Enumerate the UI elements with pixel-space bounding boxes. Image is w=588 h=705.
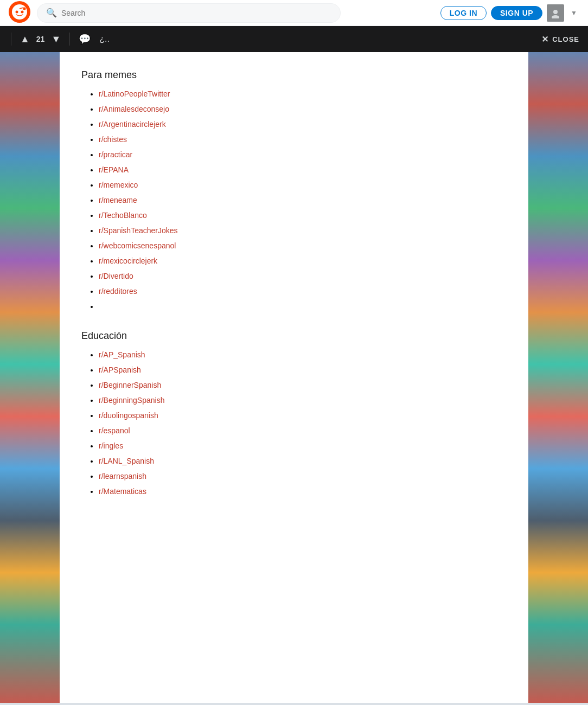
list-item: r/Matematicas [99, 487, 507, 498]
subreddit-link[interactable]: r/AP_Spanish [99, 350, 145, 359]
svg-point-2 [16, 10, 18, 13]
subreddit-link[interactable]: r/APSpanish [99, 366, 141, 374]
close-button[interactable]: ✕ CLOSE [541, 34, 579, 44]
right-side-strip [528, 52, 588, 703]
upvote-button[interactable]: ▲ [18, 31, 32, 47]
list-item: r/espanol [99, 426, 507, 437]
list-item: r/SpanishTeacherJokes [99, 226, 507, 237]
subreddit-link[interactable]: r/Divertido [99, 272, 133, 280]
list-item: r/APSpanish [99, 366, 507, 376]
list-item: r/TechoBlanco [99, 211, 507, 222]
login-button[interactable]: LOG IN [440, 6, 487, 20]
subreddit-link[interactable]: r/EPANA [99, 165, 129, 174]
toolbar-divider [11, 33, 11, 46]
list-item: r/ingles [99, 441, 507, 452]
subreddit-link[interactable]: r/BeginningSpanish [99, 396, 164, 405]
header-actions: LOG IN SIGN UP ▼ [440, 4, 579, 22]
list-item: r/meneame [99, 196, 507, 207]
post-toolbar: ▲ 21 ▼ 💬 ¿.. ✕ CLOSE [0, 26, 588, 52]
signup-button[interactable]: SIGN UP [491, 6, 542, 20]
subreddit-link[interactable]: r/Argentinacirclejerk [99, 120, 166, 129]
downvote-button[interactable]: ▼ [49, 31, 63, 47]
subreddit-link[interactable]: r/duolingospanish [99, 411, 158, 420]
subreddit-link[interactable]: r/espanol [99, 426, 130, 435]
list-item: r/Divertido [99, 272, 507, 283]
list-item [99, 302, 507, 313]
list-item: r/memexico [99, 181, 507, 191]
list-item: r/Animalesdeconsejo [99, 105, 507, 116]
subreddit-link[interactable]: r/memexico [99, 181, 138, 189]
vote-count: 21 [36, 35, 45, 43]
chevron-down-icon[interactable]: ▼ [568, 7, 579, 19]
list-item: r/learnspanish [99, 472, 507, 483]
list-item: r/redditores [99, 287, 507, 298]
reddit-logo [9, 1, 37, 25]
education-heading: Educación [81, 330, 507, 342]
search-bar[interactable]: 🔍 [37, 3, 341, 23]
memes-link-list: r/LatinoPeopleTwitterr/Animalesdeconsejo… [81, 89, 507, 313]
subreddit-link[interactable]: r/meneame [99, 196, 137, 204]
subreddit-link[interactable]: r/chistes [99, 135, 127, 144]
subreddit-link[interactable]: r/learnspanish [99, 472, 146, 480]
subreddit-link[interactable]: r/TechoBlanco [99, 211, 147, 220]
list-item: r/AP_Spanish [99, 350, 507, 361]
subreddit-link[interactable]: r/practicar [99, 150, 132, 159]
subreddit-link[interactable]: r/SpanishTeacherJokes [99, 226, 178, 235]
left-strip-inner [0, 52, 60, 703]
list-item: r/BeginnerSpanish [99, 381, 507, 392]
svg-point-1 [12, 4, 27, 20]
header: 🔍 LOG IN SIGN UP ▼ [0, 0, 588, 26]
award-icon[interactable]: ¿.. [97, 32, 112, 46]
search-icon: 🔍 [46, 8, 57, 18]
memes-heading: Para memes [81, 69, 507, 81]
svg-point-7 [552, 15, 559, 18]
subreddit-link[interactable]: r/ingles [99, 441, 123, 450]
subreddit-link[interactable]: r/BeginnerSpanish [99, 381, 161, 389]
subreddit-link[interactable]: r/mexicocirclejerk [99, 257, 157, 265]
subreddit-link[interactable]: r/LatinoPeopleTwitter [99, 89, 170, 98]
subreddit-link[interactable]: r/Matematicas [99, 487, 146, 496]
list-item: r/chistes [99, 135, 507, 146]
subreddit-link[interactable]: r/webcomicsenespanol [99, 241, 176, 250]
list-item: r/LatinoPeopleTwitter [99, 89, 507, 100]
subreddit-link[interactable]: r/LANL_Spanish [99, 457, 154, 465]
subreddit-link[interactable]: r/redditores [99, 287, 137, 296]
list-item: r/EPANA [99, 165, 507, 176]
list-item: r/Argentinacirclejerk [99, 120, 507, 131]
avatar[interactable] [547, 4, 564, 22]
list-item: r/mexicocirclejerk [99, 257, 507, 267]
list-item: r/practicar [99, 150, 507, 161]
content-wrapper: Para memes r/LatinoPeopleTwitterr/Animal… [0, 52, 588, 703]
right-strip-inner [528, 52, 588, 703]
left-side-strip [0, 52, 60, 703]
svg-point-3 [21, 10, 24, 13]
toolbar-divider-2 [69, 33, 70, 46]
list-item: r/duolingospanish [99, 411, 507, 422]
close-icon: ✕ [541, 34, 549, 44]
post-content: Para memes r/LatinoPeopleTwitterr/Animal… [60, 52, 528, 703]
subreddit-link[interactable]: r/Animalesdeconsejo [99, 105, 169, 113]
list-item: r/BeginningSpanish [99, 396, 507, 407]
svg-point-6 [553, 10, 558, 14]
comment-icon[interactable]: 💬 [76, 31, 93, 47]
education-link-list: r/AP_Spanishr/APSpanishr/BeginnerSpanish… [81, 350, 507, 498]
list-item: r/LANL_Spanish [99, 457, 507, 467]
list-item: r/webcomicsenespanol [99, 241, 507, 252]
close-label: CLOSE [552, 35, 579, 43]
search-input[interactable] [61, 9, 331, 17]
